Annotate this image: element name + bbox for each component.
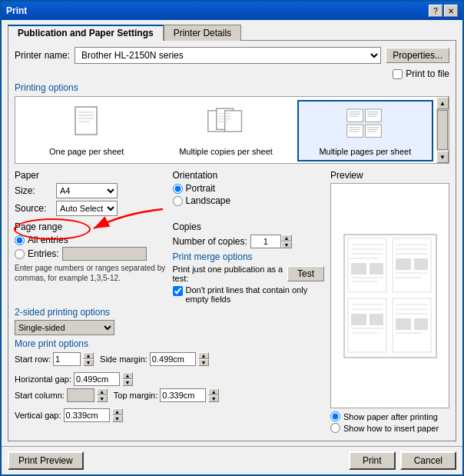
print-merge-test-row: Print just one publication as a test: Te… (173, 265, 325, 283)
paper-size-select[interactable]: A4 (56, 183, 118, 198)
tab-content: Printer name: Brother HL-2150N series Pr… (8, 40, 456, 441)
start-col-input[interactable] (67, 388, 94, 402)
top-margin-spin-down[interactable]: ▼ (208, 395, 219, 402)
print-to-file-row: Print to file (15, 68, 449, 79)
vert-gap-spin-down[interactable]: ▼ (112, 415, 123, 422)
svg-rect-57 (396, 318, 411, 330)
vert-gap-spin-up[interactable]: ▲ (112, 408, 123, 415)
option-multi-copies[interactable]: Multiple copies per sheet (157, 100, 293, 161)
print-to-file-checkbox[interactable] (393, 69, 403, 79)
options-inner: One page per sheet (15, 97, 436, 163)
multi-copies-label: Multiple copies per sheet (179, 147, 273, 156)
test-button[interactable]: Test (287, 266, 324, 281)
help-button[interactable]: ? (429, 5, 442, 17)
option-one-page[interactable]: One page per sheet (18, 100, 154, 161)
printer-name-select[interactable]: Brother HL-2150N series (75, 47, 381, 64)
paper-section: Paper Size: A4 Source: Auto Select (15, 170, 167, 218)
copies-value-input[interactable] (250, 235, 281, 248)
svg-rect-34 (351, 263, 366, 275)
top-margin-spin-up[interactable]: ▲ (208, 388, 219, 395)
cancel-button[interactable]: Cancel (400, 451, 456, 470)
paper-source-label: Source: (15, 203, 53, 214)
options-scrollbar[interactable]: ▲ ▼ (436, 97, 449, 163)
top-margin-spin: ▲ ▼ (208, 388, 219, 402)
bottom-right: Print Cancel (349, 451, 456, 470)
copies-spin: ▲ ▼ (250, 235, 292, 248)
entries-radio[interactable] (15, 249, 25, 259)
entries-help-text: Enter page numbers or ranges separated b… (15, 263, 167, 283)
top-margin-input[interactable] (160, 388, 206, 402)
start-row-input[interactable] (53, 352, 81, 366)
start-row-spin-up[interactable]: ▲ (83, 352, 94, 359)
window-title: Print (6, 5, 27, 16)
side-margin-group: Side margin: ▲ ▼ (100, 352, 209, 366)
start-col-spin-down[interactable]: ▼ (97, 395, 108, 402)
portrait-label: Portrait (186, 183, 216, 194)
svg-rect-50 (370, 314, 383, 325)
all-entries-row: All entries (15, 235, 167, 245)
page-range-title: Page range (15, 221, 167, 232)
option-multi-pages[interactable]: Multiple pages per sheet (297, 100, 433, 161)
scroll-up[interactable]: ▲ (436, 97, 449, 109)
svg-rect-16 (366, 109, 382, 121)
tab-pub-paper[interactable]: Publication and Paper Settings (8, 25, 164, 41)
all-entries-radio[interactable] (15, 235, 25, 245)
start-row-spin-down[interactable]: ▼ (83, 359, 94, 366)
side-margin-spin-down[interactable]: ▼ (198, 359, 209, 366)
printer-name-label: Printer name: (15, 50, 70, 61)
bottom-left: Print Preview (8, 451, 84, 470)
close-button[interactable]: ✕ (444, 5, 458, 17)
vert-gap-input[interactable] (64, 408, 110, 422)
entries-input[interactable] (62, 247, 147, 261)
two-sided-select[interactable]: Single-sided (15, 320, 114, 335)
preview-title: Preview (330, 170, 449, 181)
copies-spin-up[interactable]: ▲ (281, 235, 292, 241)
print-merge-title: Print merge options (173, 251, 325, 262)
copies-spin-down[interactable]: ▼ (281, 241, 292, 248)
side-margin-input[interactable] (150, 352, 196, 366)
two-sided-label[interactable]: 2-sided printing options (15, 307, 324, 318)
copies-number-label: Number of copies: (173, 236, 247, 247)
one-page-label: One page per sheet (49, 147, 124, 156)
start-col-spin-up[interactable]: ▲ (97, 388, 108, 395)
tab-printer-details[interactable]: Printer Details (164, 25, 241, 41)
show-paper-radio[interactable] (330, 411, 340, 421)
more-print-section: More print options Start row: ▲ ▼ (15, 338, 324, 424)
copies-section: Copies Number of copies: ▲ ▼ (173, 221, 325, 304)
scroll-thumb[interactable] (437, 110, 448, 150)
right-column: Preview (330, 170, 449, 434)
svg-rect-0 (75, 107, 97, 135)
landscape-label: Landscape (186, 195, 231, 206)
horiz-gap-group: Horizontal gap: ▲ ▼ (15, 372, 133, 386)
print-button[interactable]: Print (349, 451, 396, 470)
svg-rect-49 (351, 314, 366, 325)
tab-bar: Publication and Paper Settings Printer D… (8, 25, 456, 41)
side-margin-spin-up[interactable]: ▲ (198, 352, 209, 359)
horiz-gap-input[interactable] (74, 372, 120, 386)
paper-source-row: Source: Auto Select (15, 201, 167, 216)
measurements-row-1: Start row: ▲ ▼ Side margin: (15, 352, 324, 386)
horiz-gap-spin-down[interactable]: ▼ (122, 379, 133, 386)
portrait-radio[interactable] (173, 184, 183, 194)
horiz-gap-label: Horizontal gap: (15, 374, 71, 384)
more-print-label[interactable]: More print options (15, 338, 324, 349)
preview-svg (340, 231, 440, 361)
svg-rect-12 (347, 109, 363, 121)
paper-size-label: Size: (15, 185, 53, 196)
landscape-radio[interactable] (173, 196, 183, 206)
start-row-group: Start row: ▲ ▼ (15, 352, 94, 366)
printing-options-label: Printing options (15, 82, 449, 93)
print-preview-button[interactable]: Print Preview (8, 451, 84, 470)
properties-button[interactable]: Properties... (386, 48, 449, 63)
horiz-gap-spin-up[interactable]: ▲ (122, 372, 133, 379)
entries-row: Entries: (15, 247, 167, 261)
copies-number-row: Number of copies: ▲ ▼ (173, 235, 325, 248)
show-insert-label: Show how to insert paper (343, 424, 439, 433)
show-insert-radio[interactable] (330, 423, 340, 433)
paper-source-select[interactable]: Auto Select (56, 201, 118, 216)
multi-pages-label: Multiple pages per sheet (319, 147, 411, 156)
dont-print-checkbox[interactable] (173, 286, 183, 296)
copies-title: Copies (173, 221, 325, 232)
svg-rect-20 (347, 125, 363, 137)
scroll-down[interactable]: ▼ (436, 151, 449, 163)
